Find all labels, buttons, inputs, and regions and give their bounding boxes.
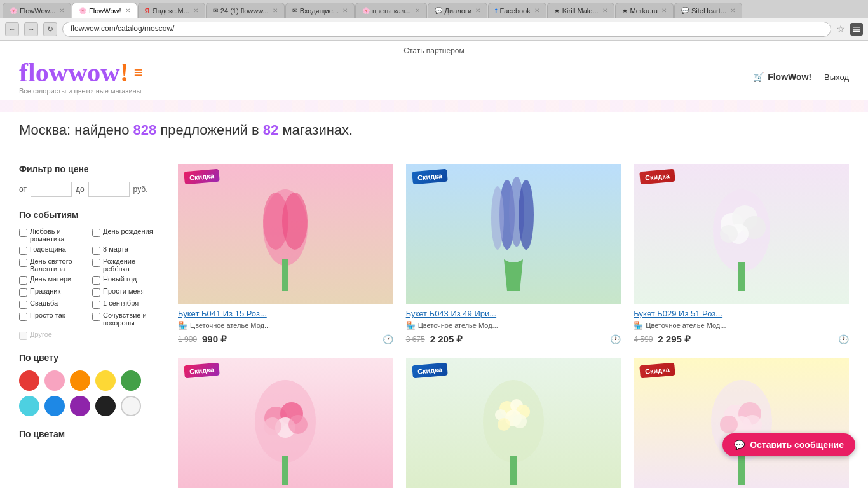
tab-merku[interactable]: ★Merku.ru✕ xyxy=(615,3,674,18)
event-mothersday[interactable]: День матери xyxy=(19,275,86,285)
event-anniversary[interactable]: Годовщина xyxy=(19,245,86,255)
shop-name-3: 🏪 Цветочное ателье Мод... xyxy=(634,321,849,330)
partner-link[interactable]: Стать партнером xyxy=(403,46,465,55)
back-button[interactable]: ← xyxy=(5,22,19,36)
event-wedding[interactable]: Свадьба xyxy=(19,299,86,309)
shop-icon-1: 🏪 xyxy=(178,321,187,330)
cart-icon: 🛒 xyxy=(753,72,764,82)
tab-flowwow-1[interactable]: 🌸FlowWow...✕ xyxy=(3,3,71,18)
color-white[interactable] xyxy=(121,396,141,416)
colors-filter-title: По цвету xyxy=(19,353,159,363)
product-card-1[interactable]: Скидка Букет Б041 Из 15 Роз... xyxy=(178,164,393,345)
svg-point-23 xyxy=(288,415,308,434)
product-image-4: Скидка xyxy=(178,358,393,488)
nav-flowwow-link[interactable]: 🛒 FlowWow! xyxy=(753,72,811,82)
event-newyear[interactable]: Новый год xyxy=(92,275,159,285)
svg-point-22 xyxy=(264,417,281,435)
svg-point-10 xyxy=(491,186,504,250)
event-justso[interactable]: Просто так xyxy=(19,311,86,327)
tab-yandex[interactable]: ЯЯндекс.М...✕ xyxy=(138,3,205,18)
event-birthday[interactable]: День рождения xyxy=(92,227,159,243)
svg-rect-17 xyxy=(738,262,745,291)
price-to-input[interactable] xyxy=(88,182,130,197)
url-input[interactable]: flowwow.com/catalog/moscow/ xyxy=(62,22,831,37)
color-orange[interactable] xyxy=(70,370,90,391)
site-header: Стать партнером flowwow! ≡ Все флористы … xyxy=(0,41,868,100)
tab-flowwow-2[interactable]: 🌸FlowWow!✕ xyxy=(72,3,137,18)
refresh-button[interactable]: ↻ xyxy=(43,22,57,36)
shop-icon-2: 🏪 xyxy=(406,321,416,330)
product-image-3: Скидка xyxy=(634,164,849,304)
flower-img-4 xyxy=(178,358,393,488)
color-green[interactable] xyxy=(121,370,141,391)
old-price-2: 3 675 xyxy=(406,335,425,344)
from-label: от xyxy=(19,185,27,194)
product-card-2[interactable]: Скидка Букет Б04 xyxy=(406,164,621,345)
logo-text: flowwow! xyxy=(19,59,129,86)
color-red[interactable] xyxy=(19,370,39,391)
price-filter: от до руб. xyxy=(19,182,159,197)
product-card-6[interactable]: Скидка xyxy=(634,358,849,488)
new-price-2: 2 205 ₽ xyxy=(430,334,463,345)
shop-name-1: 🏪 Цветочное ателье Мод... xyxy=(178,321,393,330)
events-filter-section: По событиям Любовь и романтика День рожд… xyxy=(19,210,159,340)
clock-icon-2: 🕐 xyxy=(610,334,621,344)
shop-name-2: 🏪 Цветочное ателье Мод... xyxy=(406,321,621,330)
svg-point-31 xyxy=(498,418,510,431)
logout-link[interactable]: Выход xyxy=(824,72,849,82)
color-yellow[interactable] xyxy=(95,370,116,391)
tab-kirill[interactable]: ★Kirill Male...✕ xyxy=(547,3,614,18)
rub-label: руб. xyxy=(133,185,148,194)
price-row-2: 3 675 2 205 ₽ 🕐 xyxy=(406,334,621,345)
flower-img-1 xyxy=(178,164,393,304)
color-purple[interactable] xyxy=(70,396,90,416)
event-newborn[interactable]: Рождение ребёнка xyxy=(92,257,159,273)
clock-icon-1: 🕐 xyxy=(383,334,393,344)
new-price-1: 990 ₽ xyxy=(202,334,227,345)
to-label: до xyxy=(76,185,85,194)
event-sorry[interactable]: Прости меня xyxy=(92,287,159,297)
product-title-2[interactable]: Букет Б043 Из 49 Ири... xyxy=(406,309,621,318)
event-march8[interactable]: 8 марта xyxy=(92,245,159,255)
forward-button[interactable]: → xyxy=(24,22,38,36)
price-from-input[interactable] xyxy=(31,182,72,197)
logo-subtitle: Все флористы и цветочные магазины xyxy=(19,87,143,95)
product-card-3[interactable]: Скидка xyxy=(634,164,849,345)
event-love[interactable]: Любовь и романтика xyxy=(19,227,86,243)
product-title-1[interactable]: Букет Б041 Из 15 Роз... xyxy=(178,309,393,318)
tab-flowers[interactable]: 🌸цветы кал...✕ xyxy=(355,3,427,18)
message-button[interactable]: 💬 Оставить сообщение xyxy=(722,433,855,456)
logo-icon: ≡ xyxy=(134,64,143,81)
tab-24flowwow[interactable]: ✉24 (1) flowww...✕ xyxy=(206,3,285,18)
shop-icon-3: 🏪 xyxy=(634,321,643,330)
product-title-3[interactable]: Букет Б029 Из 51 Роз... xyxy=(634,309,849,318)
tab-siteheart[interactable]: 💬SiteHeart...✕ xyxy=(674,3,742,18)
color-blue[interactable] xyxy=(44,396,65,416)
event-holiday[interactable]: Праздник xyxy=(19,287,86,297)
new-price-3: 2 295 ₽ xyxy=(658,334,691,345)
tab-inbox[interactable]: ✉Входящие...✕ xyxy=(285,3,355,18)
event-funeral[interactable]: Сочувствие и похороны xyxy=(92,311,159,327)
events-checkbox-grid: Любовь и романтика День рождения Годовщи… xyxy=(19,227,159,327)
settings-icon[interactable] xyxy=(850,23,863,36)
svg-rect-0 xyxy=(853,27,860,28)
color-black[interactable] xyxy=(95,396,116,416)
product-card-5[interactable]: Скидка xyxy=(406,358,621,488)
svg-rect-40 xyxy=(738,456,745,485)
logo-area: flowwow! ≡ Все флористы и цветочные мага… xyxy=(19,59,143,95)
tab-dialogs[interactable]: 💬Диалоги✕ xyxy=(428,3,488,18)
event-sep1[interactable]: 1 сентября xyxy=(92,299,159,309)
price-filter-title: Фильтр по цене xyxy=(19,164,159,174)
color-pink[interactable] xyxy=(44,370,65,391)
svg-rect-2 xyxy=(853,30,860,32)
color-filter-section: По цвету xyxy=(19,353,159,416)
event-other[interactable]: Другое xyxy=(19,330,159,340)
color-cyan[interactable] xyxy=(19,396,39,416)
bookmark-star[interactable]: ☆ xyxy=(836,23,845,35)
tab-facebook[interactable]: fFacebook✕ xyxy=(488,3,546,18)
product-card-4[interactable]: Скидка xyxy=(178,358,393,488)
page-content: Стать партнером flowwow! ≡ Все флористы … xyxy=(0,41,868,488)
event-valentine[interactable]: День святого Валентина xyxy=(19,257,86,273)
events-filter-title: По событиям xyxy=(19,210,159,220)
product-image-2: Скидка xyxy=(406,164,621,304)
